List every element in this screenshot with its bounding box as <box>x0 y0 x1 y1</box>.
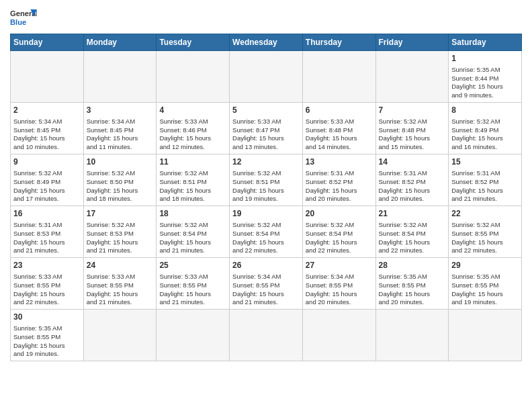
calendar-day-cell: 26Sunrise: 5:34 AM Sunset: 8:55 PM Dayli… <box>230 258 303 310</box>
calendar-day-cell: 30Sunrise: 5:35 AM Sunset: 8:55 PM Dayli… <box>11 310 84 361</box>
calendar-day-cell: 1Sunrise: 5:35 AM Sunset: 8:44 PM Daylig… <box>449 51 522 103</box>
calendar-day-cell <box>157 310 230 361</box>
day-info: Sunrise: 5:34 AM Sunset: 8:45 PM Dayligh… <box>13 118 81 152</box>
day-info: Sunrise: 5:32 AM Sunset: 8:51 PM Dayligh… <box>159 169 226 203</box>
day-info: Sunrise: 5:31 AM Sunset: 8:52 PM Dayligh… <box>451 169 519 203</box>
calendar-day-cell: 4Sunrise: 5:33 AM Sunset: 8:46 PM Daylig… <box>157 103 230 154</box>
day-number: 23 <box>13 260 81 271</box>
day-number: 2 <box>13 105 81 116</box>
day-number: 7 <box>379 105 446 116</box>
calendar-week-row: 2Sunrise: 5:34 AM Sunset: 8:45 PM Daylig… <box>11 103 522 154</box>
weekday-header-wednesday: Wednesday <box>230 34 303 51</box>
day-info: Sunrise: 5:33 AM Sunset: 8:55 PM Dayligh… <box>87 273 154 307</box>
day-info: Sunrise: 5:31 AM Sunset: 8:52 PM Dayligh… <box>306 169 373 203</box>
day-number: 9 <box>13 156 81 168</box>
calendar-day-cell <box>11 51 84 103</box>
weekday-header-saturday: Saturday <box>449 34 522 51</box>
day-number: 29 <box>451 260 519 271</box>
day-info: Sunrise: 5:32 AM Sunset: 8:51 PM Dayligh… <box>232 169 300 203</box>
day-info: Sunrise: 5:32 AM Sunset: 8:55 PM Dayligh… <box>451 221 519 255</box>
generalblue-logo-icon: General Blue <box>10 7 37 28</box>
calendar-week-row: 30Sunrise: 5:35 AM Sunset: 8:55 PM Dayli… <box>11 310 522 361</box>
day-number: 3 <box>87 105 154 116</box>
day-info: Sunrise: 5:32 AM Sunset: 8:50 PM Dayligh… <box>87 169 154 203</box>
day-info: Sunrise: 5:32 AM Sunset: 8:54 PM Dayligh… <box>159 221 226 255</box>
day-info: Sunrise: 5:32 AM Sunset: 8:54 PM Dayligh… <box>232 221 300 255</box>
day-number: 4 <box>159 105 226 116</box>
logo: General Blue <box>10 7 37 28</box>
day-info: Sunrise: 5:32 AM Sunset: 8:54 PM Dayligh… <box>379 221 446 255</box>
calendar-day-cell: 17Sunrise: 5:32 AM Sunset: 8:53 PM Dayli… <box>83 206 157 258</box>
calendar-day-cell: 11Sunrise: 5:32 AM Sunset: 8:51 PM Dayli… <box>157 154 230 206</box>
day-info: Sunrise: 5:32 AM Sunset: 8:54 PM Dayligh… <box>306 221 373 255</box>
calendar-day-cell: 7Sunrise: 5:32 AM Sunset: 8:48 PM Daylig… <box>375 103 449 154</box>
day-info: Sunrise: 5:33 AM Sunset: 8:46 PM Dayligh… <box>159 118 226 152</box>
day-info: Sunrise: 5:33 AM Sunset: 8:55 PM Dayligh… <box>159 273 226 307</box>
day-number: 18 <box>159 208 226 220</box>
calendar-day-cell: 25Sunrise: 5:33 AM Sunset: 8:55 PM Dayli… <box>157 258 230 310</box>
day-info: Sunrise: 5:32 AM Sunset: 8:49 PM Dayligh… <box>13 169 81 203</box>
calendar-day-cell: 23Sunrise: 5:33 AM Sunset: 8:55 PM Dayli… <box>11 258 84 310</box>
calendar-day-cell <box>302 51 375 103</box>
calendar-day-cell: 28Sunrise: 5:35 AM Sunset: 8:55 PM Dayli… <box>375 258 449 310</box>
weekday-header-monday: Monday <box>83 34 157 51</box>
calendar-day-cell: 2Sunrise: 5:34 AM Sunset: 8:45 PM Daylig… <box>11 103 84 154</box>
day-info: Sunrise: 5:32 AM Sunset: 8:48 PM Dayligh… <box>379 118 446 152</box>
calendar-day-cell: 14Sunrise: 5:31 AM Sunset: 8:52 PM Dayli… <box>375 154 449 206</box>
calendar-day-cell: 29Sunrise: 5:35 AM Sunset: 8:55 PM Dayli… <box>449 258 522 310</box>
day-number: 10 <box>87 156 154 168</box>
day-number: 26 <box>232 260 300 271</box>
day-number: 11 <box>159 156 226 168</box>
calendar-day-cell <box>375 310 449 361</box>
day-info: Sunrise: 5:34 AM Sunset: 8:55 PM Dayligh… <box>232 273 300 307</box>
calendar-day-cell: 10Sunrise: 5:32 AM Sunset: 8:50 PM Dayli… <box>83 154 157 206</box>
day-number: 19 <box>232 208 300 220</box>
day-number: 24 <box>87 260 154 271</box>
calendar-day-cell: 9Sunrise: 5:32 AM Sunset: 8:49 PM Daylig… <box>11 154 84 206</box>
calendar-day-cell <box>157 51 230 103</box>
day-info: Sunrise: 5:34 AM Sunset: 8:45 PM Dayligh… <box>87 118 154 152</box>
day-number: 30 <box>13 312 81 323</box>
day-number: 14 <box>379 156 446 168</box>
calendar-day-cell: 3Sunrise: 5:34 AM Sunset: 8:45 PM Daylig… <box>83 103 157 154</box>
calendar-day-cell: 13Sunrise: 5:31 AM Sunset: 8:52 PM Dayli… <box>302 154 375 206</box>
calendar-day-cell: 22Sunrise: 5:32 AM Sunset: 8:55 PM Dayli… <box>449 206 522 258</box>
day-info: Sunrise: 5:33 AM Sunset: 8:48 PM Dayligh… <box>306 118 373 152</box>
calendar-day-cell <box>83 310 157 361</box>
day-number: 6 <box>306 105 373 116</box>
calendar-day-cell: 5Sunrise: 5:33 AM Sunset: 8:47 PM Daylig… <box>230 103 303 154</box>
header: General Blue <box>10 7 522 28</box>
calendar-table: SundayMondayTuesdayWednesdayThursdayFrid… <box>10 34 522 361</box>
weekday-header-tuesday: Tuesday <box>157 34 230 51</box>
day-info: Sunrise: 5:35 AM Sunset: 8:55 PM Dayligh… <box>379 273 446 307</box>
day-number: 12 <box>232 156 300 168</box>
weekday-header-row: SundayMondayTuesdayWednesdayThursdayFrid… <box>11 34 522 51</box>
calendar-week-row: 1Sunrise: 5:35 AM Sunset: 8:44 PM Daylig… <box>11 51 522 103</box>
weekday-header-thursday: Thursday <box>302 34 375 51</box>
weekday-header-sunday: Sunday <box>11 34 84 51</box>
weekday-header-friday: Friday <box>375 34 449 51</box>
day-number: 16 <box>13 208 81 220</box>
day-number: 27 <box>306 260 373 271</box>
day-info: Sunrise: 5:33 AM Sunset: 8:47 PM Dayligh… <box>232 118 300 152</box>
calendar-day-cell: 27Sunrise: 5:34 AM Sunset: 8:55 PM Dayli… <box>302 258 375 310</box>
calendar-day-cell: 18Sunrise: 5:32 AM Sunset: 8:54 PM Dayli… <box>157 206 230 258</box>
calendar-day-cell: 15Sunrise: 5:31 AM Sunset: 8:52 PM Dayli… <box>449 154 522 206</box>
day-info: Sunrise: 5:31 AM Sunset: 8:53 PM Dayligh… <box>13 221 81 255</box>
day-number: 5 <box>232 105 300 116</box>
calendar-day-cell: 12Sunrise: 5:32 AM Sunset: 8:51 PM Dayli… <box>230 154 303 206</box>
day-info: Sunrise: 5:33 AM Sunset: 8:55 PM Dayligh… <box>13 273 81 307</box>
calendar-day-cell <box>449 310 522 361</box>
calendar-day-cell: 19Sunrise: 5:32 AM Sunset: 8:54 PM Dayli… <box>230 206 303 258</box>
day-number: 20 <box>306 208 373 220</box>
day-info: Sunrise: 5:35 AM Sunset: 8:55 PM Dayligh… <box>451 273 519 307</box>
day-number: 8 <box>451 105 519 116</box>
day-number: 15 <box>451 156 519 168</box>
day-info: Sunrise: 5:32 AM Sunset: 8:53 PM Dayligh… <box>87 221 154 255</box>
calendar-week-row: 23Sunrise: 5:33 AM Sunset: 8:55 PM Dayli… <box>11 258 522 310</box>
day-number: 17 <box>87 208 154 220</box>
calendar-day-cell: 16Sunrise: 5:31 AM Sunset: 8:53 PM Dayli… <box>11 206 84 258</box>
calendar-day-cell: 6Sunrise: 5:33 AM Sunset: 8:48 PM Daylig… <box>302 103 375 154</box>
calendar-day-cell: 20Sunrise: 5:32 AM Sunset: 8:54 PM Dayli… <box>302 206 375 258</box>
calendar-day-cell <box>302 310 375 361</box>
